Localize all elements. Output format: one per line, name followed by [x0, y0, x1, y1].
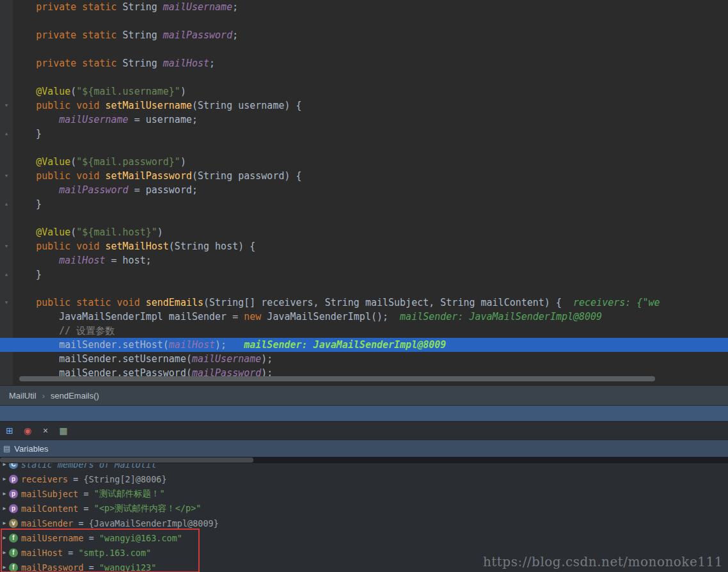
code-line[interactable]: ▾ public static void sendEmails(String[]…: [0, 296, 728, 310]
expand-arrow-icon[interactable]: ▶: [0, 491, 9, 497]
gutter: [0, 42, 13, 56]
code-text: mailUsername = username;: [13, 113, 728, 127]
code-line[interactable]: mailPassword = password;: [0, 183, 728, 197]
mute-breakpoints-icon[interactable]: ×: [40, 425, 51, 436]
code-token: [13, 29, 36, 41]
code-token: @Value: [36, 156, 70, 168]
expand-arrow-icon[interactable]: ▶: [0, 505, 9, 511]
gutter-fold-icon[interactable]: ▾: [0, 239, 13, 253]
code-line[interactable]: @Value("${mail.password}"): [0, 155, 728, 169]
variable-value: {String[2]@8006}: [84, 474, 167, 484]
gutter-fold-icon[interactable]: ▴: [0, 267, 13, 282]
code-line[interactable]: mailHost = host;: [0, 253, 728, 267]
variable-row[interactable]: ▶pmailSubject = "测试邮件标题！": [0, 486, 728, 501]
code-token: setMailUsername: [106, 100, 192, 111]
code-line[interactable]: ▾ public void setMailHost(String host) {: [0, 239, 728, 253]
code-line[interactable]: private static String mailHost;: [0, 56, 728, 70]
code-line[interactable]: [0, 14, 728, 28]
expand-arrow-icon[interactable]: ▶: [0, 535, 9, 541]
gutter: [0, 253, 13, 267]
execution-line[interactable]: mailSender.setHost(mailHost); mailSender…: [0, 338, 728, 352]
gutter-fold-icon[interactable]: ▴: [0, 127, 13, 141]
ide-window: private static String mailUsername; priv…: [0, 0, 728, 572]
code-text: private static String mailHost;: [13, 56, 728, 70]
code-line[interactable]: ▾ public void setMailUsername(String use…: [0, 99, 728, 113]
code-line[interactable]: ▾ public void setMailPassword(String pas…: [0, 169, 728, 183]
code-token: mailPassword: [59, 184, 128, 196]
variables-scrollbar-track[interactable]: [0, 457, 728, 463]
expand-arrow-icon[interactable]: ▶: [0, 550, 9, 555]
code-line[interactable]: // 设置参数: [0, 324, 728, 338]
variable-value: "smtp.163.com": [78, 548, 151, 558]
editor-hscrollbar[interactable]: [19, 376, 655, 381]
variable-value: "<p>测试邮件内容！</p>": [94, 503, 202, 514]
code-token: setMailHost: [106, 241, 169, 252]
variable-name: mailSender: [21, 518, 73, 528]
inline-debug-hint: receivers: {"we: [573, 297, 660, 308]
gutter: [0, 225, 13, 239]
variable-row[interactable]: ▶vmailSender = {JavaMailSenderImpl@8009}: [0, 516, 728, 530]
code-line[interactable]: ▴ }: [0, 197, 728, 211]
gutter: [0, 183, 13, 197]
code-token: (String username) {: [192, 100, 302, 111]
code-token: ;: [232, 1, 238, 13]
code-token: }: [13, 269, 42, 280]
code-line[interactable]: [0, 141, 728, 155]
code-line[interactable]: private static String mailPassword;: [0, 28, 728, 42]
code-line[interactable]: JavaMailSenderImpl mailSender = new Java…: [0, 310, 728, 324]
gutter: [0, 211, 13, 225]
code-token: mailPassword: [163, 29, 232, 41]
view-breakpoints-icon[interactable]: ◉: [22, 425, 33, 436]
expand-arrow-icon[interactable]: ▶: [0, 564, 9, 570]
code-line[interactable]: [0, 211, 728, 225]
variables-panel-header[interactable]: ▤ Variables: [0, 440, 728, 457]
gutter: [0, 0, 13, 14]
code-token: = host;: [106, 255, 152, 266]
code-text: public void setMailHost(String host) {: [13, 239, 728, 253]
code-line[interactable]: ▴ }: [0, 267, 728, 282]
show-execution-point-icon[interactable]: ⊞: [4, 425, 15, 436]
code-text: mailSender.setUsername(mailUsername);: [13, 352, 728, 366]
gutter: [0, 113, 13, 127]
code-token: [13, 58, 36, 69]
code-line[interactable]: [0, 42, 728, 56]
code-line[interactable]: ▴ }: [0, 127, 728, 141]
code-line[interactable]: mailSender.setUsername(mailUsername);: [0, 352, 728, 366]
code-text: [13, 70, 728, 84]
code-line[interactable]: @Value("${mail.username}"): [0, 84, 728, 99]
layout-icon[interactable]: ▦: [58, 425, 69, 436]
gutter: [0, 84, 13, 99]
gutter-fold-icon[interactable]: ▴: [0, 197, 13, 211]
code-text: // 设置参数: [13, 324, 728, 338]
code-token: [13, 297, 36, 308]
code-editor: private static String mailUsername; priv…: [0, 0, 728, 385]
code-token: );: [215, 339, 226, 351]
gutter: [0, 56, 13, 70]
equals-sign: =: [84, 533, 99, 543]
variable-name: mailUsername: [21, 533, 84, 543]
variable-row[interactable]: ▶pmailContent = "<p>测试邮件内容！</p>": [0, 501, 728, 516]
expand-arrow-icon[interactable]: ▶: [0, 476, 9, 482]
code-token: [226, 339, 244, 351]
code-token: [13, 86, 36, 97]
gutter-fold-icon[interactable]: ▾: [0, 296, 13, 310]
gutter-fold-icon[interactable]: ▾: [0, 99, 13, 113]
expand-arrow-icon[interactable]: ▶: [0, 520, 9, 526]
code-token: );: [261, 353, 273, 365]
code-token: private static: [36, 29, 122, 41]
breadcrumb-item[interactable]: sendEmails(): [51, 391, 99, 401]
code-line[interactable]: mailUsername = username;: [0, 113, 728, 127]
code-line[interactable]: @Value("${mail.host}"): [0, 225, 728, 239]
equals-sign: =: [78, 504, 93, 514]
breadcrumb-item[interactable]: MailUtil: [9, 391, 36, 401]
code-line[interactable]: [0, 282, 728, 296]
variable-row[interactable]: ▶preceivers = {String[2]@8006}: [0, 472, 728, 486]
code-token: mailHost: [59, 255, 105, 266]
variable-row[interactable]: ▶fmailUsername = "wangyi@163.com": [0, 530, 728, 545]
code-line[interactable]: private static String mailUsername;: [0, 0, 728, 14]
equals-sign: =: [63, 548, 78, 558]
code-line[interactable]: [0, 70, 728, 84]
gutter-fold-icon[interactable]: ▾: [0, 169, 13, 183]
code-text: private static String mailPassword;: [13, 28, 728, 42]
variables-scrollbar-thumb[interactable]: [0, 457, 253, 463]
